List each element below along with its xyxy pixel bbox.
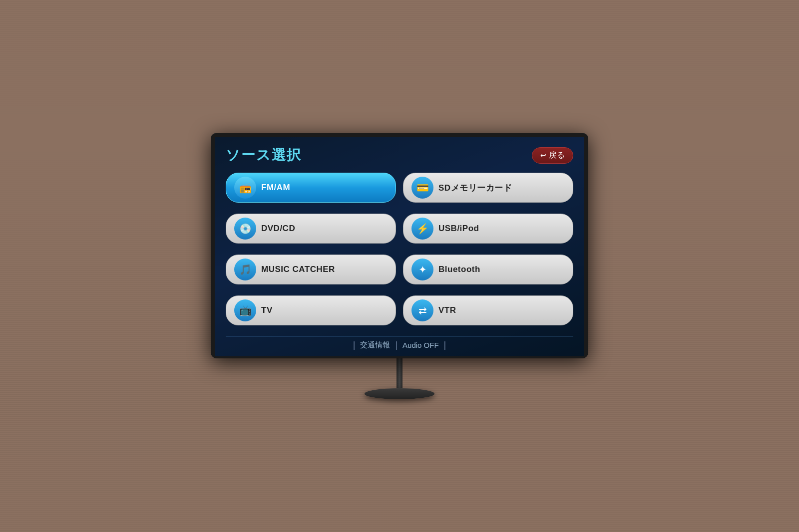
menu-item-music-catcher[interactable]: 🎵 MUSIC CATCHER: [226, 255, 396, 284]
usb-icon-circle: ⚡: [411, 218, 433, 240]
dvdcd-icon-circle: 💿: [234, 218, 256, 240]
footer-audio-off[interactable]: Audio OFF: [402, 341, 439, 349]
scene: ソース選択 ↩ 戻る 📻 FM/AM: [211, 133, 588, 399]
screen: ソース選択 ↩ 戻る 📻 FM/AM: [215, 137, 584, 356]
fmam-icon: 📻: [239, 182, 252, 194]
tv-label: TV: [261, 305, 273, 315]
sd-icon: 💳: [416, 182, 429, 194]
bluetooth-icon: ✦: [418, 264, 427, 275]
music-catcher-icon-circle: 🎵: [234, 259, 256, 280]
footer-divider-3: |: [439, 340, 451, 350]
footer-divider-1: |: [348, 340, 361, 350]
sd-label: SDメモリーカード: [438, 182, 512, 194]
vtr-label: VTR: [438, 305, 456, 315]
bluetooth-label: Bluetooth: [438, 265, 480, 274]
stand-neck: [397, 358, 402, 388]
menu-item-sd[interactable]: 💳 SDメモリーカード: [403, 173, 573, 203]
stand-base: [365, 388, 434, 399]
vtr-icon: ⇄: [418, 304, 427, 316]
music-catcher-icon: 🎵: [239, 264, 252, 275]
vtr-icon-circle: ⇄: [411, 299, 433, 321]
menu-item-tv[interactable]: 📺 TV: [226, 295, 396, 325]
fmam-icon-circle: 📻: [234, 177, 256, 199]
dvdcd-label: DVD/CD: [261, 224, 295, 234]
footer-divider-2: |: [390, 340, 402, 350]
menu-item-usb[interactable]: ⚡ USB/iPod: [403, 214, 573, 244]
tv-icon: 📺: [239, 304, 252, 316]
device: ソース選択 ↩ 戻る 📻 FM/AM: [211, 133, 588, 358]
usb-icon: ⚡: [416, 223, 429, 235]
fmam-label: FM/AM: [261, 183, 290, 193]
dvdcd-icon: 💿: [239, 223, 252, 235]
menu-item-dvdcd[interactable]: 💿 DVD/CD: [226, 214, 396, 244]
page-title: ソース選択: [226, 146, 302, 165]
back-icon: ↩: [540, 151, 546, 159]
header: ソース選択 ↩ 戻る: [226, 146, 573, 165]
menu-item-vtr[interactable]: ⇄ VTR: [403, 295, 573, 325]
menu-grid: 📻 FM/AM 💳 SDメモリーカード 💿: [226, 173, 573, 331]
back-label: 戻る: [549, 150, 565, 161]
menu-item-bluetooth[interactable]: ✦ Bluetooth: [403, 255, 573, 284]
menu-item-fmam[interactable]: 📻 FM/AM: [226, 173, 396, 203]
usb-label: USB/iPod: [438, 224, 479, 234]
tv-icon-circle: 📺: [234, 299, 256, 321]
screen-content: ソース選択 ↩ 戻る 📻 FM/AM: [215, 137, 584, 356]
footer-traffic[interactable]: 交通情報: [360, 340, 390, 350]
sd-icon-circle: 💳: [411, 177, 433, 199]
back-button[interactable]: ↩ 戻る: [532, 147, 573, 164]
bluetooth-icon-circle: ✦: [411, 259, 433, 280]
footer-bar: | 交通情報 | Audio OFF |: [226, 336, 573, 351]
music-catcher-label: MUSIC CATCHER: [261, 265, 335, 274]
